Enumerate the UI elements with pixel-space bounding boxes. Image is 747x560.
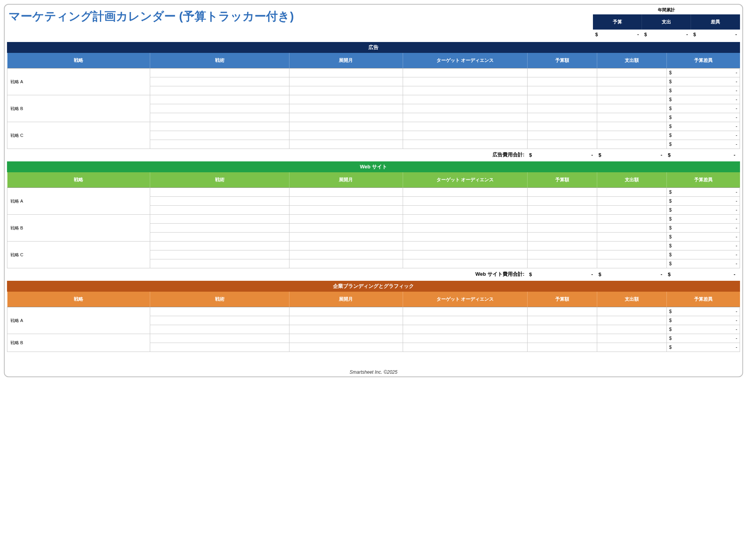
data-cell[interactable] [403,188,527,197]
data-cell[interactable] [527,86,597,95]
data-cell[interactable] [527,122,597,131]
strategy-cell[interactable]: 戦略 C [7,122,150,149]
variance-cell[interactable]: $- [666,250,740,259]
data-cell[interactable] [289,259,403,268]
data-cell[interactable] [289,95,403,104]
strategy-cell[interactable]: 戦略 B [7,95,150,122]
data-cell[interactable] [597,86,666,95]
data-cell[interactable] [289,224,403,233]
strategy-cell[interactable]: 戦略 A [7,188,150,215]
strategy-cell[interactable]: 戦略 B [7,334,150,352]
data-cell[interactable] [527,242,597,250]
subtotal-value[interactable]: $- [527,152,596,158]
variance-cell[interactable]: $- [666,131,740,140]
subtotal-value[interactable]: $- [596,271,665,277]
data-cell[interactable] [403,259,527,268]
data-cell[interactable] [597,140,666,149]
data-cell[interactable] [403,140,527,149]
data-cell[interactable] [527,224,597,233]
data-cell[interactable] [597,188,666,197]
data-cell[interactable] [527,68,597,77]
data-cell[interactable] [403,122,527,131]
data-cell[interactable] [289,188,403,197]
data-cell[interactable] [527,77,597,86]
data-cell[interactable] [403,197,527,206]
data-cell[interactable] [150,250,289,259]
data-cell[interactable] [150,259,289,268]
data-cell[interactable] [150,334,289,343]
data-cell[interactable] [527,233,597,242]
strategy-cell[interactable]: 戦略 A [7,307,150,334]
data-cell[interactable] [150,215,289,224]
data-cell[interactable] [527,316,597,325]
data-cell[interactable] [403,242,527,250]
data-cell[interactable] [289,233,403,242]
variance-cell[interactable]: $- [666,197,740,206]
variance-cell[interactable]: $- [666,113,740,122]
variance-cell[interactable]: $- [666,86,740,95]
data-cell[interactable] [403,131,527,140]
data-cell[interactable] [289,343,403,352]
data-cell[interactable] [597,334,666,343]
data-cell[interactable] [289,307,403,316]
data-cell[interactable] [150,113,289,122]
data-cell[interactable] [527,215,597,224]
data-cell[interactable] [289,140,403,149]
variance-cell[interactable]: $- [666,259,740,268]
data-cell[interactable] [527,95,597,104]
data-cell[interactable] [403,215,527,224]
data-cell[interactable] [150,325,289,334]
data-cell[interactable] [403,68,527,77]
data-cell[interactable] [289,113,403,122]
data-cell[interactable] [527,307,597,316]
data-cell[interactable] [597,307,666,316]
data-cell[interactable] [289,242,403,250]
data-cell[interactable] [527,334,597,343]
data-cell[interactable] [527,197,597,206]
data-cell[interactable] [150,233,289,242]
data-cell[interactable] [597,259,666,268]
variance-cell[interactable]: $- [666,206,740,215]
data-cell[interactable] [403,86,527,95]
data-cell[interactable] [597,215,666,224]
data-cell[interactable] [403,113,527,122]
data-cell[interactable] [527,188,597,197]
data-cell[interactable] [527,325,597,334]
data-cell[interactable] [403,77,527,86]
ytd-budget-value[interactable]: $ - [593,30,642,40]
data-cell[interactable] [597,197,666,206]
data-cell[interactable] [150,188,289,197]
strategy-cell[interactable]: 戦略 C [7,242,150,268]
data-cell[interactable] [597,343,666,352]
data-cell[interactable] [597,242,666,250]
data-cell[interactable] [150,316,289,325]
strategy-cell[interactable]: 戦略 B [7,215,150,242]
data-cell[interactable] [150,224,289,233]
data-cell[interactable] [597,131,666,140]
data-cell[interactable] [403,325,527,334]
variance-cell[interactable]: $- [666,242,740,250]
data-cell[interactable] [403,343,527,352]
data-cell[interactable] [403,104,527,113]
data-cell[interactable] [150,68,289,77]
data-cell[interactable] [150,242,289,250]
variance-cell[interactable]: $- [666,343,740,352]
data-cell[interactable] [597,77,666,86]
data-cell[interactable] [597,104,666,113]
data-cell[interactable] [289,77,403,86]
data-cell[interactable] [527,343,597,352]
data-cell[interactable] [597,68,666,77]
data-cell[interactable] [403,206,527,215]
data-cell[interactable] [597,316,666,325]
data-cell[interactable] [403,224,527,233]
data-cell[interactable] [597,233,666,242]
data-cell[interactable] [527,250,597,259]
variance-cell[interactable]: $- [666,68,740,77]
data-cell[interactable] [289,68,403,77]
data-cell[interactable] [527,206,597,215]
data-cell[interactable] [289,206,403,215]
data-cell[interactable] [597,206,666,215]
data-cell[interactable] [403,334,527,343]
variance-cell[interactable]: $- [666,188,740,197]
variance-cell[interactable]: $- [666,122,740,131]
